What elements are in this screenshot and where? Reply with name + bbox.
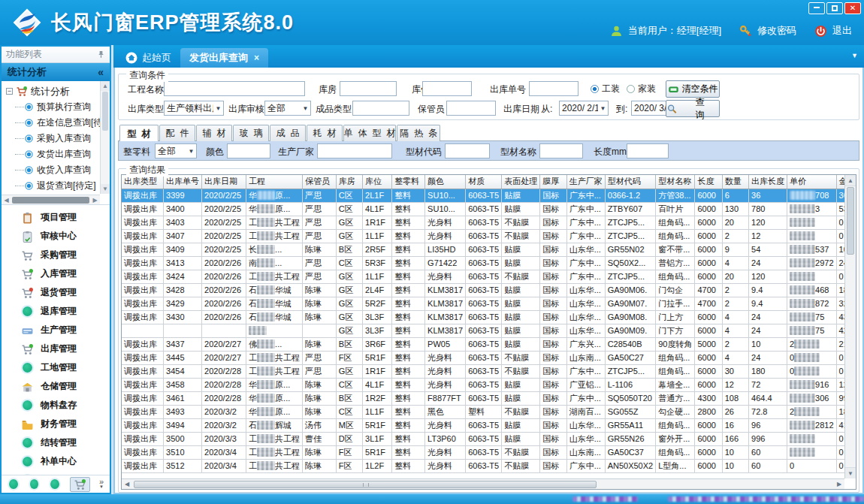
tab-1[interactable]: 发货出库查询×: [180, 48, 268, 68]
whole-part-select[interactable]: 全部▼: [155, 143, 197, 158]
table-row[interactable]: 调拨出库34032020/2/25工共工程严思G区1R1F整料光身料6063-T…: [122, 216, 856, 229]
scroll-up-icon[interactable]: ▲: [845, 175, 856, 186]
table-row[interactable]: 调拨出库35122020/3/4工共工程陈琳F区1L2F整料光身料6063-T5…: [122, 459, 856, 472]
column-header[interactable]: 出库日期: [202, 175, 246, 189]
column-header[interactable]: 型材代码: [605, 175, 656, 189]
dock-circle-icon[interactable]: [30, 479, 39, 489]
scroll-up-icon[interactable]: ▲: [101, 81, 110, 91]
table-row[interactable]: 调拨出库34452020/2/27工共工程严思F区5R1F整料光身料6063-T…: [122, 351, 856, 364]
material-tab-4[interactable]: 成品: [270, 125, 306, 141]
scroll-down-icon[interactable]: ▼: [845, 467, 856, 478]
grid-horizontal-scrollbar[interactable]: ◀ ▶: [122, 478, 844, 489]
outbound-no-input[interactable]: [529, 81, 579, 96]
dock-cart-button[interactable]: [70, 477, 90, 492]
project-name-input[interactable]: [164, 81, 305, 96]
pin-icon[interactable]: [97, 50, 105, 59]
column-header[interactable]: 库房: [336, 175, 362, 189]
column-header[interactable]: 表面处理: [502, 175, 540, 189]
table-row[interactable]: 调拨出库34372020/2/27佛...陈琳B区3R6F整料PW056063-…: [122, 337, 856, 351]
table-row[interactable]: 调拨出库34292020/2/26石华城陈琳G区5R2F整料KLM3817606…: [122, 297, 856, 310]
material-tab-0[interactable]: 型材: [119, 125, 159, 142]
tree-collapse-icon[interactable]: −: [6, 88, 13, 95]
tree-item-0[interactable]: 预算执行查询: [6, 99, 110, 115]
table-row[interactable]: 调拨出库35102020/3/4工共工程陈琳F区5R1F整料光身料6063-T5…: [122, 445, 856, 459]
sidebar-item-7[interactable]: 出库管理: [2, 340, 110, 358]
scroll-thumb[interactable]: [134, 481, 597, 488]
maximize-button[interactable]: [826, 2, 843, 14]
date-from-select[interactable]: 2020/ 2/16▼: [559, 101, 609, 116]
tab-list-dropdown-icon[interactable]: ▼: [851, 52, 858, 59]
length-input[interactable]: [627, 143, 669, 158]
table-row[interactable]: 调拨出库34132020/2/26南...严思C区5R3F整料G71422606…: [122, 256, 856, 270]
minimize-button[interactable]: [808, 2, 825, 14]
search-button[interactable]: 查 询: [666, 100, 720, 117]
scroll-thumb[interactable]: [847, 187, 854, 255]
table-row[interactable]: 调拨出库34302020/2/26石华城陈琳G区3L3F整料KLM3817606…: [122, 310, 856, 324]
tab-close-icon[interactable]: ×: [254, 53, 259, 63]
radio-gongzhuang[interactable]: 工装: [591, 83, 620, 95]
column-header[interactable]: 生产厂家: [566, 175, 605, 189]
column-header[interactable]: 单价: [787, 175, 836, 189]
material-tab-6[interactable]: 单体型材: [343, 125, 396, 141]
tree-item-4[interactable]: 收货入库查询: [6, 162, 110, 178]
sidebar-item-9[interactable]: 仓储管理: [2, 377, 110, 396]
scroll-right-icon[interactable]: ▶: [834, 481, 844, 487]
outbound-type-select[interactable]: 生产领料出库▼: [164, 101, 224, 116]
sidebar-item-1[interactable]: 审核中心: [2, 227, 110, 246]
material-tab-3[interactable]: 玻璃: [233, 125, 269, 141]
material-tab-1[interactable]: 配件: [159, 125, 195, 141]
tree-item-2[interactable]: 采购入库查询: [6, 131, 110, 146]
sidebar-item-4[interactable]: 退货管理: [2, 283, 110, 302]
table-row[interactable]: 调拨出库34282020/2/26石华城陈琳G区2L4F整料KLM3817606…: [122, 283, 856, 297]
location-input[interactable]: [422, 81, 472, 96]
column-header[interactable]: 出库单号: [164, 175, 202, 189]
tree-item-1[interactable]: 在途信息查询[待: [6, 115, 110, 131]
collapse-icon[interactable]: «: [98, 66, 104, 78]
column-header[interactable]: 保管员: [303, 175, 337, 189]
tree-item-5[interactable]: 退货查询[待定]: [6, 178, 110, 194]
table-row[interactable]: 调拨出库34072020/2/25工共工程严思G区1L1F整料光身料6063-T…: [122, 229, 856, 243]
sidebar-item-11[interactable]: 财务管理: [2, 415, 110, 433]
product-type-input[interactable]: [352, 101, 409, 116]
dock-circle-icon[interactable]: [9, 479, 18, 489]
table-row[interactable]: 调拨出库34932020/3/2华原...陈琳C区1L1F整料黑色塑料不贴膜国标…: [122, 405, 856, 418]
manufacturer-input[interactable]: [317, 143, 392, 158]
column-header[interactable]: 数量: [722, 175, 748, 189]
dock-circle-icon[interactable]: [50, 479, 59, 489]
tree-horizontal-scrollbar[interactable]: ◀ ▶: [2, 195, 100, 204]
logout-link[interactable]: 退出: [832, 24, 852, 38]
column-header[interactable]: 膜厚: [540, 175, 566, 189]
table-row[interactable]: 调拨出库34612020/2/28华原...陈琳B区1R2F整料F8877FT6…: [122, 391, 856, 405]
scroll-left-icon[interactable]: ◀: [2, 197, 11, 204]
scroll-right-icon[interactable]: ▶: [90, 197, 100, 204]
sidebar-item-3[interactable]: 入库管理: [2, 264, 110, 283]
tree-vertical-scrollbar[interactable]: ▲ ▼: [100, 81, 110, 194]
material-tab-7[interactable]: 隔热条: [397, 125, 440, 141]
scroll-thumb[interactable]: [12, 197, 89, 204]
column-header[interactable]: 长度: [695, 175, 722, 189]
sidebar-item-6[interactable]: 生产管理: [2, 321, 110, 340]
table-row[interactable]: 调拨出库34542020/2/28工共工程严思G区1R1F整料光身料6063-T…: [122, 364, 856, 378]
profile-name-input[interactable]: [539, 143, 583, 158]
table-row[interactable]: 调拨出库34242020/2/26工共工程严思G区1L1F整料光身料6063-T…: [122, 270, 856, 283]
tab-0[interactable]: 起始页: [116, 48, 180, 68]
column-header[interactable]: 型材名称: [656, 175, 695, 189]
sidebar-item-8[interactable]: 工地管理: [2, 358, 110, 377]
table-row[interactable]: 调拨出库35002020/3/3工共工程曹佳D区3L1F整料LT3P606063…: [122, 432, 856, 445]
column-header[interactable]: 整零料: [392, 175, 425, 189]
column-header[interactable]: 库位: [363, 175, 392, 189]
profile-code-input[interactable]: [445, 143, 490, 158]
table-row[interactable]: 调拨出库34942020/3/2石辉城汤伟M区5R1F整料光身料6063-T5贴…: [122, 418, 856, 432]
keeper-input[interactable]: [446, 101, 496, 116]
sidebar-item-10[interactable]: 物料盘存: [2, 396, 110, 415]
scroll-thumb[interactable]: [102, 92, 108, 131]
column-header[interactable]: 出库长度: [749, 175, 787, 189]
tree-item-3[interactable]: 发货出库查询: [6, 146, 110, 162]
grid-vertical-scrollbar[interactable]: ▲ ▼: [844, 175, 856, 478]
column-header[interactable]: 工程: [246, 175, 303, 189]
column-header[interactable]: 材质: [466, 175, 502, 189]
sidebar-item-13[interactable]: 补单中心: [2, 452, 110, 471]
scroll-down-icon[interactable]: ▼: [101, 184, 110, 194]
warehouse-input[interactable]: [340, 81, 397, 96]
close-button[interactable]: ✕: [844, 2, 861, 14]
